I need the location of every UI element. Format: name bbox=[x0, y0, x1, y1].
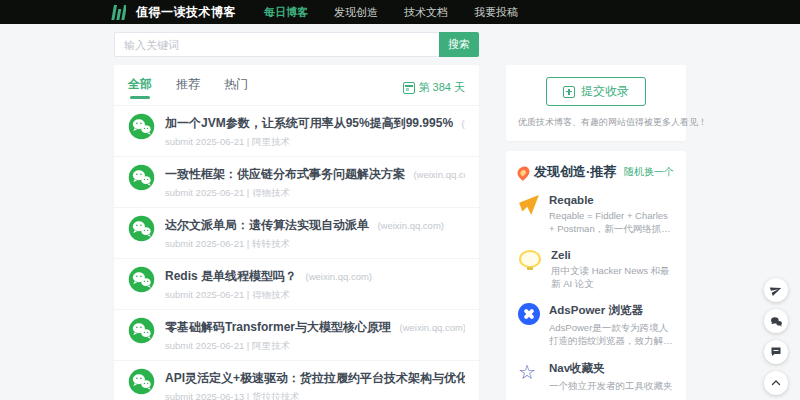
discover-item-body: Nav收藏夹 一个独立开发者的工具收藏夹 bbox=[549, 361, 673, 392]
article-row[interactable]: 一致性框架：供应链分布式事务问题解决方案 (weixin.qq.com) sub… bbox=[114, 156, 479, 207]
tab[interactable]: 热门 bbox=[224, 76, 248, 99]
chevron-up-icon bbox=[770, 377, 782, 389]
article-title-link[interactable]: Redis 是单线程模型吗？ bbox=[165, 269, 297, 283]
share-button[interactable] bbox=[764, 278, 788, 302]
site-title[interactable]: 值得一读技术博客 bbox=[136, 4, 236, 21]
article-meta: submit 2025-06-13 | 货拉拉技术 bbox=[165, 391, 465, 400]
wechat-icon bbox=[128, 266, 155, 293]
submit-site-button[interactable]: 提交收录 bbox=[546, 77, 646, 106]
submit-slogan: 优质技术博客、有趣的网站值得被更多人看见！ bbox=[518, 116, 674, 129]
tabs-row: 全部 推荐 热门 第 384 天 bbox=[114, 65, 479, 105]
article-row[interactable]: 达尔文派单局：遗传算法实现自动派单 (weixin.qq.com) submit… bbox=[114, 207, 479, 258]
discover-item[interactable]: Reqable Reqable = Fiddler + Charles + Po… bbox=[518, 194, 674, 236]
wechat-icon bbox=[128, 215, 155, 242]
calendar-icon bbox=[403, 82, 415, 94]
nav-item[interactable]: 发现创造 bbox=[334, 5, 378, 20]
paper-plane-icon bbox=[770, 284, 782, 296]
article-domain: (weixin.qq.com) bbox=[413, 169, 465, 180]
article-body: API灵活定义+极速驱动：货拉拉履约平台技术架构与优化实践 (weixin.qq… bbox=[165, 368, 465, 400]
discover-item-icon bbox=[519, 250, 541, 268]
article-body: Redis 是单线程模型吗？ (weixin.qq.com) submit 20… bbox=[165, 266, 465, 302]
wechat-icon bbox=[770, 315, 783, 328]
article-list-card: 全部 推荐 热门 第 384 天 bbox=[114, 65, 479, 400]
discover-item-icon bbox=[518, 361, 540, 383]
article-meta: submit 2025-06-21 | 得物技术 bbox=[165, 187, 465, 200]
article-body: 一致性框架：供应链分布式事务问题解决方案 (weixin.qq.com) sub… bbox=[165, 164, 465, 200]
plus-box-icon bbox=[563, 86, 575, 98]
flame-icon bbox=[515, 164, 532, 181]
discover-card: 发现创造·推荐 随机换一个 Reqable Reqable = Fiddler … bbox=[506, 151, 686, 400]
discover-item-name[interactable]: Reqable bbox=[549, 194, 674, 206]
discover-item-desc: Reqable = Fiddler + Charles + Postman，新一… bbox=[549, 209, 674, 236]
main-column: 搜索 全部 推荐 热门 第 384 天 bbox=[114, 32, 479, 400]
search-button[interactable]: 搜索 bbox=[439, 32, 479, 57]
submit-card: 提交收录 优质技术博客、有趣的网站值得被更多人看见！ bbox=[506, 65, 686, 141]
article-meta: submit 2025-06-21 | 转转技术 bbox=[165, 238, 465, 251]
article-domain: (weixin.qq.com) bbox=[462, 118, 465, 129]
feedback-button[interactable] bbox=[764, 340, 788, 364]
discover-card-title: 发现创造·推荐 bbox=[534, 163, 616, 181]
wechat-share-button[interactable] bbox=[764, 309, 788, 333]
search-bar: 搜索 bbox=[114, 32, 479, 57]
article-body: 加一个JVM参数，让系统可用率从95%提高到99.995% (weixin.qq… bbox=[165, 113, 465, 149]
search-input[interactable] bbox=[114, 32, 439, 57]
floating-action-stack bbox=[764, 278, 788, 395]
site-logo-icon[interactable] bbox=[110, 5, 126, 20]
comment-icon bbox=[770, 346, 782, 358]
random-switch-link[interactable]: 随机换一个 bbox=[624, 165, 674, 179]
article-title-link[interactable]: 加一个JVM参数，让系统可用率从95%提高到99.995% bbox=[165, 116, 453, 130]
nav-item[interactable]: 我要投稿 bbox=[474, 5, 518, 20]
discover-item-body: Zeli 用中文读 Hacker News 和最新 AI 论文 bbox=[551, 249, 674, 291]
discover-item-desc: 用中文读 Hacker News 和最新 AI 论文 bbox=[551, 264, 674, 291]
tabs: 全部 推荐 热门 bbox=[128, 76, 272, 99]
back-to-top-button[interactable] bbox=[764, 371, 788, 395]
article-title-link[interactable]: 零基础解码Transformer与大模型核心原理 bbox=[165, 320, 391, 334]
article-meta: submit 2025-06-21 | 阿里技术 bbox=[165, 340, 465, 353]
article-title-link[interactable]: 达尔文派单局：遗传算法实现自动派单 bbox=[165, 218, 369, 232]
submit-button-label: 提交收录 bbox=[581, 83, 629, 100]
discover-item[interactable]: Zeli 用中文读 Hacker News 和最新 AI 论文 bbox=[518, 249, 674, 291]
wechat-icon bbox=[128, 317, 155, 344]
article-row[interactable]: 加一个JVM参数，让系统可用率从95%提高到99.995% (weixin.qq… bbox=[114, 105, 479, 156]
article-domain: (weixin.qq.com) bbox=[399, 322, 465, 333]
article-meta: submit 2025-06-21 | 阿里技术 bbox=[165, 136, 465, 149]
discover-item-desc: AdsPower是一款专为跨境人打造的指纹浏览器，致力解决跨境人多账号登录问题，… bbox=[549, 321, 674, 348]
day-counter-badge: 第 384 天 bbox=[403, 80, 465, 95]
wechat-icon bbox=[128, 368, 155, 395]
day-counter-label: 第 384 天 bbox=[419, 80, 465, 95]
article-body: 零基础解码Transformer与大模型核心原理 (weixin.qq.com)… bbox=[165, 317, 465, 353]
tab[interactable]: 推荐 bbox=[176, 76, 200, 99]
article-row[interactable]: Redis 是单线程模型吗？ (weixin.qq.com) submit 20… bbox=[114, 258, 479, 309]
discover-item-icon bbox=[518, 303, 540, 325]
article-title-link[interactable]: API灵活定义+极速驱动：货拉拉履约平台技术架构与优化实践 bbox=[165, 371, 465, 385]
discover-item-desc: 一个独立开发者的工具收藏夹 bbox=[549, 379, 673, 392]
article-meta: submit 2025-06-21 | 得物技术 bbox=[165, 289, 465, 302]
article-domain: (weixin.qq.com) bbox=[377, 220, 444, 231]
top-header: 值得一读技术博客 每日博客 发现创造 技术文档 我要投稿 bbox=[0, 0, 800, 24]
article-row[interactable]: 零基础解码Transformer与大模型核心原理 (weixin.qq.com)… bbox=[114, 309, 479, 360]
discover-item-name[interactable]: Nav收藏夹 bbox=[549, 361, 673, 376]
wechat-icon bbox=[128, 164, 155, 191]
article-title-link[interactable]: 一致性框架：供应链分布式事务问题解决方案 bbox=[165, 167, 405, 181]
discover-item[interactable]: AdsPower 浏览器 AdsPower是一款专为跨境人打造的指纹浏览器，致力… bbox=[518, 303, 674, 348]
discover-item-name[interactable]: AdsPower 浏览器 bbox=[549, 303, 674, 318]
article-list: 加一个JVM参数，让系统可用率从95%提高到99.995% (weixin.qq… bbox=[114, 105, 479, 400]
nav-item[interactable]: 技术文档 bbox=[404, 5, 448, 20]
wechat-icon bbox=[128, 113, 155, 140]
sidebar: 提交收录 优质技术博客、有趣的网站值得被更多人看见！ 发现创造·推荐 随机换一个… bbox=[506, 65, 686, 400]
discover-item[interactable]: Nav收藏夹 一个独立开发者的工具收藏夹 bbox=[518, 361, 674, 392]
discover-item-body: Reqable Reqable = Fiddler + Charles + Po… bbox=[549, 194, 674, 236]
discover-item-name[interactable]: Zeli bbox=[551, 249, 674, 261]
article-domain: (weixin.qq.com) bbox=[305, 271, 372, 282]
main-nav: 每日博客 发现创造 技术文档 我要投稿 bbox=[264, 5, 518, 20]
article-body: 达尔文派单局：遗传算法实现自动派单 (weixin.qq.com) submit… bbox=[165, 215, 465, 251]
discover-item-body: AdsPower 浏览器 AdsPower是一款专为跨境人打造的指纹浏览器，致力… bbox=[549, 303, 674, 348]
discover-item-icon bbox=[518, 194, 540, 216]
tab[interactable]: 全部 bbox=[128, 76, 152, 99]
article-row[interactable]: API灵活定义+极速驱动：货拉拉履约平台技术架构与优化实践 (weixin.qq… bbox=[114, 360, 479, 400]
discover-list: Reqable Reqable = Fiddler + Charles + Po… bbox=[518, 194, 674, 392]
nav-item[interactable]: 每日博客 bbox=[264, 5, 308, 20]
